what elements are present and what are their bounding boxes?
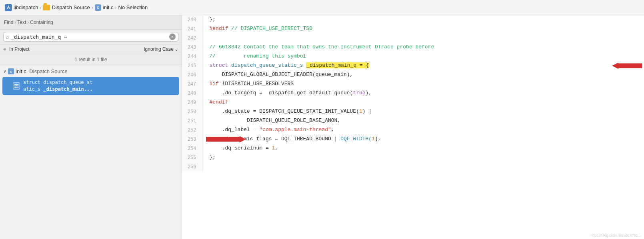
code-token: #if	[210, 81, 222, 87]
line-content-242	[203, 34, 644, 43]
line-content-247: #if !DISPATCH_USE_RESOLVERS	[203, 80, 644, 89]
breadcrumb-bar: A libdispatch › Dispatch Source › c init…	[0, 0, 644, 15]
code-token: 1	[372, 136, 375, 142]
line-number-242: 242	[182, 34, 203, 43]
find-label: Find	[4, 20, 13, 25]
line-content-252: .dq_label = "com.apple.main-thread",	[203, 125, 644, 135]
code-line-250: 250 .dq_state = DISPATCH_QUEUE_STATE_INI…	[182, 107, 644, 116]
tree-filename: init.c	[16, 68, 26, 74]
line-content-256	[203, 162, 644, 171]
search-icon: ⌕	[6, 34, 9, 40]
tree-file-row[interactable]: ∨ c init.c Dispatch Source	[0, 67, 182, 76]
code-line-247: 247#if !DISPATCH_USE_RESOLVERS	[182, 80, 644, 89]
code-table: 240};241#endif // DISPATCH_USE_DIRECT_TS…	[182, 15, 644, 171]
code-line-241: 241#endif // DISPATCH_USE_DIRECT_TSD	[182, 24, 644, 34]
file-tree: ∨ c init.c Dispatch Source struct dispat…	[0, 65, 182, 239]
icon-line-1	[14, 84, 18, 85]
code-line-249: 249#endif	[182, 98, 644, 107]
line-number-251: 251	[182, 116, 203, 125]
icon-line-2	[14, 86, 18, 86]
watermark: https://blog.csdn.net/u014782...	[590, 233, 641, 237]
find-bar: Find › Text › Containing	[0, 15, 182, 30]
result-item[interactable]: struct dispatch_queue_st atic_s _dispatc…	[2, 77, 179, 95]
line-number-250: 250	[182, 107, 203, 116]
code-area[interactable]: 240};241#endif // DISPATCH_USE_DIRECT_TS…	[182, 15, 644, 239]
right-panel: 240};241#endif // DISPATCH_USE_DIRECT_TS…	[182, 15, 644, 239]
code-token: 1	[272, 145, 275, 151]
code-line-242: 242	[182, 34, 644, 43]
code-token: // 6618342 Contact the team that owns th…	[210, 44, 434, 50]
scope-icon: ≡	[3, 46, 6, 52]
tree-c-icon: c	[8, 68, 14, 74]
code-token: // renaming this symbol	[210, 53, 306, 59]
line-number-243: 243	[182, 43, 203, 52]
result-line1: struct dispatch_queue_st	[23, 80, 92, 85]
code-line-254: 254 .dq_serialnum = 1,	[182, 144, 644, 153]
code-line-253: 253 .dq_atomic_flags = DQF_THREAD_BOUND …	[182, 135, 644, 144]
case-chevron: ⌄	[174, 46, 178, 52]
lines-icon	[14, 84, 18, 88]
line-content-249: #endif	[203, 98, 644, 107]
code-token: #endif	[210, 99, 228, 105]
icon-line-3	[14, 87, 18, 88]
line-content-244: // renaming this symbol	[203, 52, 644, 61]
tree-group: Dispatch Source	[28, 68, 68, 74]
text-label: Text	[17, 20, 26, 25]
app-name[interactable]: libdispatch	[14, 4, 38, 10]
search-area: ⌕ ×	[0, 30, 182, 44]
line-number-248: 248	[182, 89, 203, 98]
line-number-255: 255	[182, 153, 203, 162]
code-token: true	[353, 90, 365, 96]
result-item-icon	[13, 82, 20, 90]
line-content-251: DISPATCH_QUEUE_ROLE_BASE_ANON,	[203, 116, 644, 125]
line-number-241: 241	[182, 24, 203, 34]
search-box[interactable]: ⌕ ×	[3, 32, 178, 42]
breadcrumb-sep-2: ›	[92, 5, 93, 10]
line-number-252: 252	[182, 125, 203, 135]
highlight-match: _dispatch_main_q = {	[306, 62, 369, 68]
line-content-253: .dq_atomic_flags = DQF_THREAD_BOUND | DQ…	[203, 135, 644, 144]
search-input[interactable]	[11, 34, 168, 40]
line-content-245: struct dispatch_queue_static_s _dispatch…	[203, 61, 644, 70]
case-label: Ignoring Case	[144, 46, 174, 52]
code-token: // DISPATCH_USE_DIRECT_TSD	[228, 26, 312, 32]
result-bold: _dispatch_main...	[44, 86, 93, 92]
case-select[interactable]: Ignoring Case ⌄	[144, 46, 178, 52]
code-line-255: 255};	[182, 153, 644, 162]
line-number-249: 249	[182, 98, 203, 107]
folder-name[interactable]: Dispatch Source	[52, 4, 90, 10]
line-number-245: 245	[182, 61, 203, 70]
tree-chevron-icon: ∨	[3, 69, 6, 74]
code-line-251: 251 DISPATCH_QUEUE_ROLE_BASE_ANON,	[182, 116, 644, 125]
code-line-252: 252 .dq_label = "com.apple.main-thread",	[182, 125, 644, 135]
c-file-icon: c	[95, 4, 101, 11]
result-text: struct dispatch_queue_st atic_s _dispatc…	[23, 79, 92, 93]
line-number-253: 253	[182, 135, 203, 144]
folder-icon	[43, 5, 50, 10]
find-breadcrumb: Find › Text › Containing	[4, 20, 53, 25]
result-line2: atic_s _dispatch_main...	[23, 86, 92, 92]
line-number-247: 247	[182, 80, 203, 89]
file-name[interactable]: init.c	[103, 4, 114, 10]
containing-label: Containing	[30, 20, 53, 25]
left-panel: Find › Text › Containing ⌕ × ≡ In Projec…	[0, 15, 182, 239]
line-content-241: #endif // DISPATCH_USE_DIRECT_TSD	[203, 24, 644, 34]
line-content-246: DISPATCH_GLOBAL_OBJECT_HEADER(queue_main…	[203, 70, 644, 80]
line-content-255: };	[203, 153, 644, 162]
line-content-240: };	[203, 15, 644, 24]
code-line-246: 246 DISPATCH_GLOBAL_OBJECT_HEADER(queue_…	[182, 70, 644, 80]
code-line-244: 244// renaming this symbol	[182, 52, 644, 61]
search-clear-button[interactable]: ×	[169, 34, 176, 40]
line-number-256: 256	[182, 162, 203, 171]
code-line-245: 245struct dispatch_queue_static_s _dispa…	[182, 61, 644, 70]
line-number-246: 246	[182, 70, 203, 80]
scope-row: ≡ In Project Ignoring Case ⌄	[0, 44, 182, 54]
code-line-243: 243// 6618342 Contact the team that owns…	[182, 43, 644, 52]
code-token: "com.apple.main-thread"	[259, 127, 331, 133]
line-content-250: .dq_state = DISPATCH_QUEUE_STATE_INIT_VA…	[203, 107, 644, 116]
main-layout: Find › Text › Containing ⌕ × ≡ In Projec…	[0, 15, 644, 239]
selection-label: No Selection	[118, 4, 148, 10]
results-count: 1 result in 1 file	[0, 54, 182, 65]
find-sep-1: ›	[14, 20, 16, 25]
find-sep-2: ›	[27, 20, 29, 25]
